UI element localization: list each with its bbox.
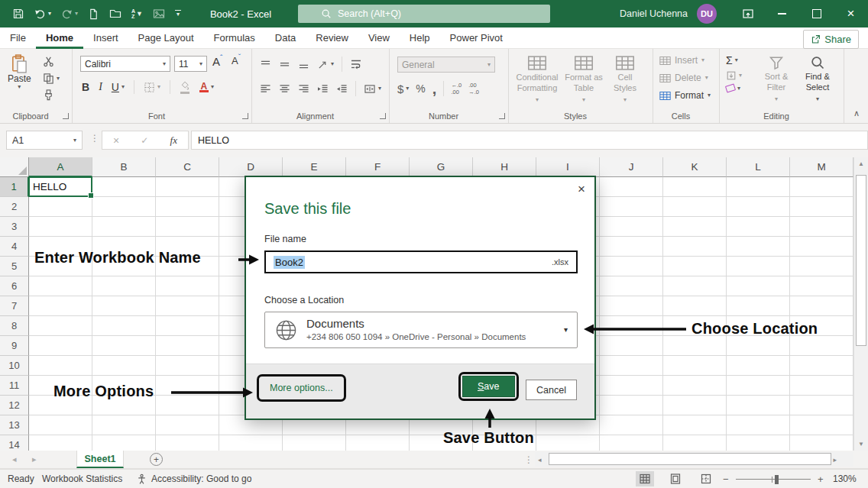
row-header-4[interactable]: 4 [0, 237, 29, 257]
column-header-e[interactable]: E [283, 157, 346, 177]
wrap-text-icon[interactable] [350, 59, 362, 69]
minimize-button[interactable] [765, 0, 799, 27]
formula-input[interactable]: HELLO [191, 131, 868, 150]
find-select-button[interactable]: Find & Select ▾ [798, 55, 837, 103]
dialog-close-icon[interactable]: × [578, 182, 585, 197]
fill-button[interactable]: ▾ [726, 70, 742, 81]
hscroll-left-icon[interactable]: ◂ [535, 456, 542, 464]
horizontal-scroll-thumb[interactable] [549, 453, 831, 465]
format-as-table-button[interactable]: Format as Table ▾ [562, 55, 605, 104]
open-file-icon[interactable] [109, 8, 121, 20]
format-painter-icon[interactable] [43, 89, 60, 101]
select-all-corner[interactable] [0, 157, 29, 177]
borders-button[interactable]: ▾ [144, 82, 160, 93]
insert-cells-button[interactable]: Insert ▾ [659, 55, 704, 66]
fill-handle[interactable] [88, 192, 94, 199]
paste-button[interactable]: Paste ▾ [8, 54, 31, 90]
zoom-out-button[interactable]: − [723, 470, 729, 488]
copy-button[interactable]: ▾ [43, 73, 60, 84]
row-header-9[interactable]: 9 [0, 336, 29, 356]
fill-color-button[interactable] [180, 81, 190, 94]
cut-icon[interactable] [43, 56, 60, 67]
format-cells-button[interactable]: Format ▾ [659, 90, 711, 101]
row-header-2[interactable]: 2 [0, 197, 29, 217]
row-header-13[interactable]: 13 [0, 415, 29, 435]
align-right-icon[interactable] [298, 84, 309, 94]
tab-help[interactable]: Help [400, 27, 440, 49]
percent-style-button[interactable]: % [416, 82, 425, 95]
increase-indent-icon[interactable] [336, 84, 348, 94]
top-align-icon[interactable] [260, 60, 271, 69]
decrease-indent-icon[interactable] [317, 84, 329, 94]
tab-data[interactable]: Data [265, 27, 306, 49]
sheet-nav-right-icon[interactable]: ▸ [32, 451, 37, 468]
row-header-6[interactable]: 6 [0, 276, 29, 296]
decrease-decimal-button[interactable]: .00→.0 [468, 82, 479, 95]
redo-caret-icon[interactable]: ▾ [75, 11, 78, 17]
more-options-link[interactable]: More options... [261, 378, 342, 398]
column-header-l[interactable]: L [727, 157, 790, 177]
alignment-dialog-launcher-icon[interactable] [380, 113, 386, 119]
picture-icon[interactable] [153, 8, 165, 20]
column-header-b[interactable]: B [92, 157, 156, 177]
column-header-j[interactable]: J [600, 157, 663, 177]
zoom-slider-thumb[interactable] [775, 475, 779, 484]
row-header-7[interactable]: 7 [0, 296, 29, 316]
bottom-align-icon[interactable] [298, 60, 309, 69]
page-layout-view-button[interactable] [666, 471, 685, 486]
zoom-level[interactable]: 130% [833, 470, 857, 488]
add-sheet-button[interactable]: + [150, 453, 163, 466]
cell-styles-button[interactable]: Cell Styles ▾ [607, 55, 643, 104]
number-dialog-launcher-icon[interactable] [499, 113, 505, 119]
column-header-k[interactable]: K [663, 157, 727, 177]
hscroll-right-icon[interactable]: ▸ [833, 456, 837, 464]
insert-function-icon[interactable]: fx [170, 134, 177, 147]
merge-center-button[interactable]: ▾ [364, 84, 381, 94]
column-header-f[interactable]: F [346, 157, 410, 177]
font-family-combo[interactable]: Calibri ▾ [80, 56, 170, 72]
font-dialog-launcher-icon[interactable] [242, 113, 248, 119]
sheet-tab-sheet1[interactable]: Sheet1 [76, 451, 124, 468]
align-left-icon[interactable] [260, 84, 271, 94]
undo-button[interactable]: ▾ [34, 8, 51, 20]
tab-formulas[interactable]: Formulas [204, 27, 265, 49]
close-button[interactable]: × [834, 0, 868, 27]
horizontal-scrollbar[interactable]: ◂ ▸ [535, 452, 853, 467]
comma-style-button[interactable]: , [432, 85, 437, 92]
column-header-h[interactable]: H [473, 157, 536, 177]
autosum-button[interactable]: Σ▾ [726, 54, 742, 66]
column-header-g[interactable]: G [410, 157, 473, 177]
redo-button[interactable]: ▾ [61, 8, 78, 20]
align-center-icon[interactable] [279, 84, 290, 94]
font-color-button[interactable]: A ▾ [199, 82, 214, 92]
customize-qat-button[interactable]: ▾ [175, 10, 181, 18]
row-header-10[interactable]: 10 [0, 356, 29, 376]
sheetbar-grip-icon[interactable]: ⋮ [524, 454, 533, 465]
scroll-down-icon[interactable]: ▼ [854, 438, 868, 451]
maximize-button[interactable] [799, 0, 834, 27]
column-header-a[interactable]: A [29, 157, 92, 177]
currency-button[interactable]: $▾ [397, 82, 409, 95]
column-header-m[interactable]: M [790, 157, 853, 177]
grow-font-button[interactable]: Aˆ [212, 55, 222, 68]
vertical-scrollbar[interactable]: ▲ ▼ [853, 157, 868, 451]
orientation-button[interactable]: ▾ [317, 60, 334, 69]
column-header-d[interactable]: D [219, 157, 283, 177]
sort-filter-button[interactable]: Sort & Filter ▾ [756, 55, 796, 103]
tab-home[interactable]: Home [36, 27, 83, 49]
increase-decimal-button[interactable]: ←.0.00 [451, 82, 462, 95]
scroll-up-icon[interactable]: ▲ [854, 157, 868, 170]
column-header-i[interactable]: I [536, 157, 600, 177]
tab-page-layout[interactable]: Page Layout [128, 27, 204, 49]
tab-insert[interactable]: Insert [83, 27, 128, 49]
name-box[interactable]: A1 ▾ [6, 131, 83, 150]
row-header-11[interactable]: 11 [0, 376, 29, 396]
tab-power-pivot[interactable]: Power Pivot [440, 27, 513, 49]
new-file-icon[interactable] [88, 8, 99, 20]
italic-button[interactable]: I [99, 81, 102, 93]
row-header-3[interactable]: 3 [0, 217, 29, 237]
save-button[interactable]: Save [462, 376, 515, 397]
row-header-1[interactable]: 1 [0, 177, 29, 197]
sheet-nav-left-icon[interactable]: ◂ [12, 451, 17, 468]
column-header-c[interactable]: C [156, 157, 219, 177]
